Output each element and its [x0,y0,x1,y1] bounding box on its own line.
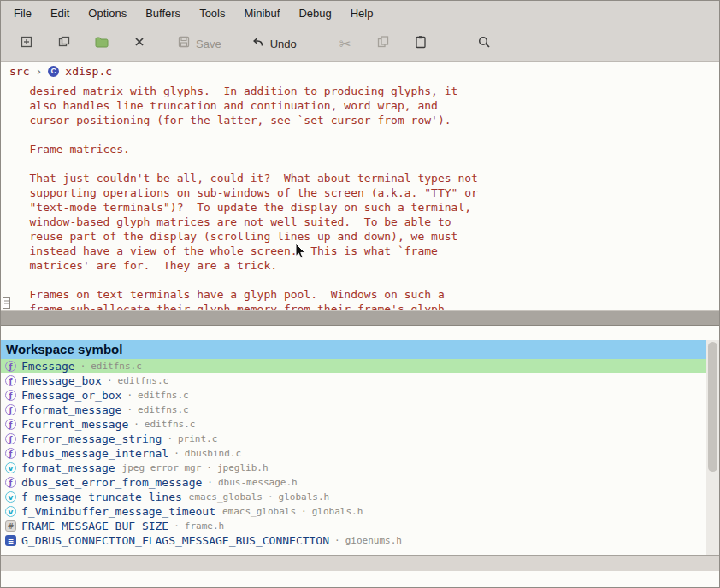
candidate-file: print.c [178,433,217,444]
candidate-file: editfns.c [91,361,142,372]
separator-dot: · [80,361,86,372]
menu-item-options[interactable]: Options [79,1,136,26]
undo-label: Undo [270,38,297,50]
breadcrumb: src › C xdisp.c [1,62,719,80]
menu-item-buffers[interactable]: Buffers [136,1,190,26]
undo-button[interactable]: Undo [246,30,301,57]
helm-scrollbar[interactable] [706,340,719,555]
candidate-name: Fmessage [21,360,75,373]
candidate-row[interactable]: G_DBUS_CONNECTION_FLAGS_MESSAGE_BUS_CONN… [1,533,706,548]
cut-button[interactable]: ✂ [327,30,364,57]
echo-area: C-j: helm-lsp-workspace-symbol-action (k… [1,326,719,340]
candidate-row[interactable]: Fmessage_box · editfns.c [1,373,706,388]
menu-item-debug[interactable]: Debug [289,1,340,26]
candidate-row[interactable]: dbus_set_error_from_message · dbus-messa… [1,475,706,490]
candidate-row[interactable]: f_Vminibuffer_message_timeout emacs_glob… [1,504,706,519]
candidate-row[interactable]: Fdbus_message_internal · dbusbind.c [1,446,706,461]
save-icon [176,34,192,53]
new-file-button[interactable] [8,30,45,57]
candidate-name: f_message_truncate_lines [21,491,182,503]
separator-dot: · [174,448,180,459]
helm-window: Workspace symbol Fmessage · editfns.c Fm… [1,340,719,555]
candidate-file: jpeglib.h [217,462,269,473]
function-icon [5,404,16,415]
candidate-name: Fdbus_message_internal [21,447,168,460]
macro-icon [5,520,16,532]
candidate-name: Fcurrent_message [21,418,128,431]
candidate-name: G_DBUS_CONNECTION_FLAGS_MESSAGE_BUS_CONN… [21,534,329,547]
menu-item-file[interactable]: File [4,1,41,26]
scrollbar-thumb[interactable] [708,342,717,472]
separator-dot: · [133,419,139,430]
c-language-icon: C [48,66,59,77]
minibuffer[interactable]: pattern: Fmess [1,571,719,586]
candidate-row[interactable]: Fmessage · editfns.c [1,359,706,373]
open-file-button[interactable] [45,30,83,57]
editor-window[interactable]: desired matrix with glyphs. In addition … [1,80,719,310]
candidate-extra: emacs_globals [222,506,296,517]
separator-dot: · [301,506,307,517]
candidate-name: Fmessage_or_box [21,389,121,402]
function-icon [5,375,16,386]
close-buffer-button[interactable] [121,30,158,57]
function-icon [5,448,16,459]
function-icon [5,477,16,488]
candidate-name: Fmessage_box [21,374,102,387]
candidate-file: frame.h [185,520,224,532]
separator-dot: · [174,520,180,532]
editor-code: desired matrix with glyphs. In addition … [1,80,719,310]
candidate-file: editfns.c [138,390,189,401]
enum-icon [5,535,16,546]
menu-item-help[interactable]: Help [341,1,383,26]
variable-icon [5,462,16,473]
candidate-row[interactable]: Fcurrent_message · editfns.c [1,417,706,432]
candidate-file: globals.h [312,506,363,517]
separator-dot: · [107,375,113,386]
paste-icon [413,34,428,53]
emacs-window: File Edit Options Buffers Tools Minibuf … [0,0,720,588]
close-icon [132,34,147,53]
separator-dot: · [206,462,212,473]
candidate-name: FRAME_MESSAGE_BUF_SIZE [21,520,168,532]
breadcrumb-file[interactable]: xdisp.c [65,65,112,78]
candidate-row[interactable]: Fmessage_or_box · editfns.c [1,388,706,403]
separator-dot: · [334,535,340,546]
copy-button[interactable] [364,30,402,57]
candidate-name: Fformat_message [21,403,121,416]
candidate-file: dbus-message.h [218,477,298,488]
candidate-name: Ferror_message_string [21,432,162,445]
candidate-name: format_message [21,462,115,474]
menu-item-minibuf[interactable]: Minibuf [234,1,289,26]
separator-dot: · [268,491,274,503]
helm-candidate-list: Fmessage · editfns.c Fmessage_box · edit… [1,359,706,555]
breadcrumb-dir[interactable]: src [9,65,29,78]
function-icon [5,361,16,372]
save-label: Save [196,38,221,50]
mode-line: -:**- xdisp.c 2% L282 Git-feature/native… [1,310,719,326]
search-button[interactable] [465,30,503,57]
candidate-extra: emacs_globals [189,491,263,503]
variable-icon [5,506,16,517]
candidate-row[interactable]: Fformat_message · editfns.c [1,403,706,417]
function-icon [5,433,16,444]
dired-folder-button[interactable] [83,30,121,57]
candidate-row[interactable]: Ferror_message_string · print.c [1,432,706,446]
candidate-name: f_Vminibuffer_message_timeout [21,505,215,518]
menu-item-edit[interactable]: Edit [41,1,79,26]
candidate-row[interactable]: format_message jpeg_error_mgr · jpeglib.… [1,461,706,475]
variable-icon [5,491,16,503]
new-file-icon [19,34,34,53]
menu-item-tools[interactable]: Tools [190,1,234,26]
candidate-row[interactable]: FRAME_MESSAGE_BUF_SIZE · frame.h [1,519,706,533]
candidate-file: editfns.c [138,404,189,415]
candidate-row[interactable]: f_message_truncate_lines emacs_globals ·… [1,490,706,504]
save-button[interactable]: Save [172,30,226,57]
open-file-icon [56,34,72,53]
cut-icon: ✂ [339,36,351,52]
function-icon [5,419,16,430]
folder-icon [94,34,109,53]
undo-icon [251,34,266,53]
chevron-right-icon: › [35,65,42,78]
paste-button[interactable] [402,30,440,57]
function-icon [5,390,16,401]
